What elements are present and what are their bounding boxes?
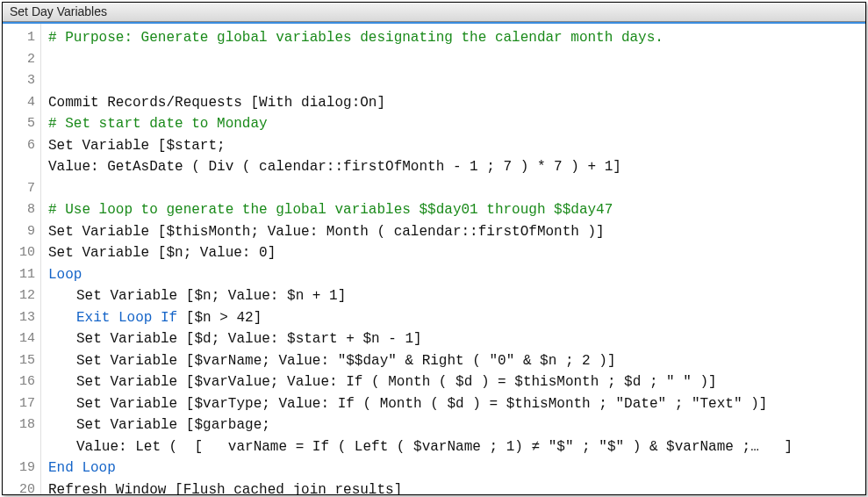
- line-number: 8: [3, 199, 35, 221]
- code-line[interactable]: Set Variable [$d; Value: $start + $n - 1…: [48, 328, 858, 350]
- line-number: 6: [3, 135, 35, 157]
- line-number: 2: [3, 49, 35, 71]
- code-line[interactable]: # Use loop to generate the global variab…: [48, 199, 858, 221]
- code-line[interactable]: Refresh Window [Flush cached join result…: [48, 479, 858, 495]
- code-line[interactable]: [48, 70, 858, 92]
- line-number: 5: [3, 113, 35, 135]
- line-number: 13: [3, 307, 35, 329]
- script-editor-window: Set Day Variables 1234567891011121314151…: [2, 2, 866, 495]
- code-line[interactable]: [48, 178, 858, 200]
- code-line[interactable]: [48, 49, 858, 71]
- line-number: 12: [3, 285, 35, 307]
- code-line[interactable]: Exit Loop If [$n > 42]: [48, 307, 858, 329]
- editor-pane: 1234567891011121314151617181920 # Purpos…: [3, 24, 865, 494]
- code-line[interactable]: Value: GetAsDate ( Div ( calendar::first…: [48, 156, 858, 178]
- line-number: 10: [3, 242, 35, 264]
- code-line[interactable]: Set Variable [$start;: [48, 135, 858, 157]
- line-number: 14: [3, 328, 35, 350]
- code-line[interactable]: End Loop: [48, 457, 858, 479]
- line-number: [3, 156, 35, 178]
- line-number: 1: [3, 27, 35, 49]
- code-line[interactable]: Loop: [48, 264, 858, 286]
- code-line[interactable]: Commit Records/Requests [With dialog:On]: [48, 92, 858, 114]
- code-line[interactable]: Set Variable [$varValue; Value: If ( Mon…: [48, 371, 858, 393]
- code-line[interactable]: # Set start date to Monday: [48, 113, 858, 135]
- line-number: 16: [3, 371, 35, 393]
- line-number: 9: [3, 221, 35, 243]
- line-number: [3, 436, 35, 458]
- line-number: 3: [3, 70, 35, 92]
- line-number: 15: [3, 350, 35, 372]
- code-line[interactable]: Set Variable [$thisMonth; Value: Month (…: [48, 221, 858, 243]
- code-line[interactable]: # Purpose: Generate global variables des…: [48, 27, 858, 49]
- code-line[interactable]: Value: Let ( [ varName = If ( Left ( $va…: [48, 436, 858, 458]
- line-number: 11: [3, 264, 35, 286]
- code-line[interactable]: Set Variable [$varName; Value: "$$day" &…: [48, 350, 858, 372]
- code-line[interactable]: Set Variable [$garbage;: [48, 414, 858, 436]
- line-number: 4: [3, 92, 35, 114]
- line-number: 7: [3, 178, 35, 200]
- code-line[interactable]: Set Variable [$varType; Value: If ( Mont…: [48, 393, 858, 415]
- code-area[interactable]: # Purpose: Generate global variables des…: [41, 24, 865, 494]
- line-number-gutter: 1234567891011121314151617181920: [3, 24, 41, 494]
- line-number: 19: [3, 457, 35, 479]
- line-number: 18: [3, 414, 35, 436]
- code-line[interactable]: Set Variable [$n; Value: 0]: [48, 242, 858, 264]
- code-line[interactable]: Set Variable [$n; Value: $n + 1]: [48, 285, 858, 307]
- window-title: Set Day Variables: [3, 3, 865, 22]
- line-number: 17: [3, 393, 35, 415]
- line-number: 20: [3, 479, 35, 495]
